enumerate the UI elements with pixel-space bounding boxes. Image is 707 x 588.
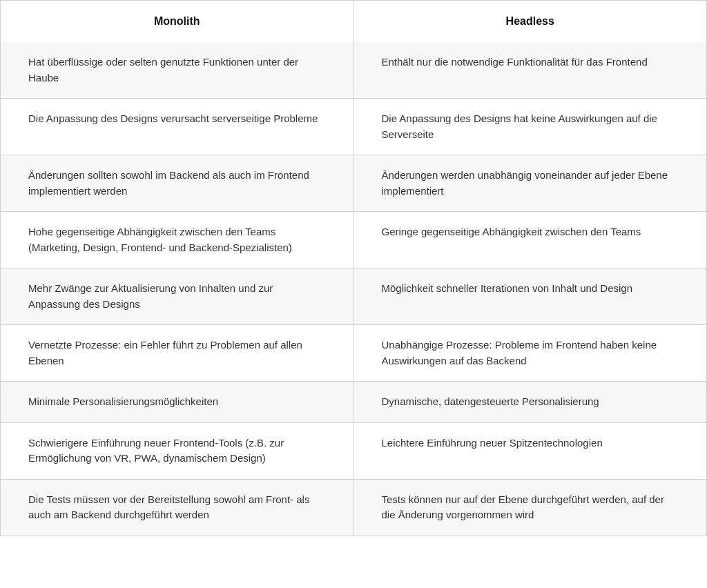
headless-cell: Änderungen werden unabhängig voneinander… — [354, 155, 707, 212]
headless-cell: Unabhängige Prozesse: Probleme im Fronte… — [354, 325, 707, 382]
table-row: Die Anpassung des Designs verursacht ser… — [1, 99, 707, 155]
headless-cell: Dynamische, datengesteuerte Personalisie… — [354, 382, 707, 423]
headless-cell: Möglichkeit schneller Iterationen von In… — [354, 268, 707, 325]
monolith-cell: Mehr Zwänge zur Aktualisierung von Inhal… — [1, 268, 354, 325]
table-row: Hohe gegenseitige Abhängigkeit zwischen … — [1, 212, 707, 268]
table-row: Hat überflüssige oder selten genutzte Fu… — [1, 42, 707, 99]
headless-cell: Enthält nur die notwendige Funktionalitä… — [354, 42, 707, 99]
table-row: Die Tests müssen vor der Bereitstellung … — [1, 479, 707, 536]
headless-cell: Tests können nur auf der Ebene durchgefü… — [354, 479, 707, 536]
monolith-cell: Vernetzte Prozesse: ein Fehler führt zu … — [1, 325, 354, 382]
headless-cell: Die Anpassung des Designs hat keine Ausw… — [354, 99, 707, 155]
table-row: Schwierigere Einführung neuer Frontend-T… — [1, 422, 707, 479]
monolith-cell: Änderungen sollten sowohl im Backend als… — [1, 155, 354, 212]
monolith-cell: Die Tests müssen vor der Bereitstellung … — [1, 479, 354, 536]
table-header-row: Monolith Headless — [1, 1, 707, 43]
column-header-headless: Headless — [354, 1, 707, 43]
monolith-cell: Minimale Personalisierungsmöglichkeiten — [1, 382, 354, 423]
table-row: Mehr Zwänge zur Aktualisierung von Inhal… — [1, 268, 707, 325]
monolith-cell: Schwierigere Einführung neuer Frontend-T… — [1, 422, 354, 479]
comparison-table: Monolith Headless Hat überflüssige oder … — [0, 0, 707, 536]
table-row: Änderungen sollten sowohl im Backend als… — [1, 155, 707, 212]
table-row: Minimale PersonalisierungsmöglichkeitenD… — [1, 382, 707, 423]
headless-cell: Geringe gegenseitige Abhängigkeit zwisch… — [354, 212, 707, 268]
monolith-cell: Hat überflüssige oder selten genutzte Fu… — [1, 42, 354, 99]
column-header-monolith: Monolith — [1, 1, 354, 43]
monolith-cell: Die Anpassung des Designs verursacht ser… — [1, 99, 354, 155]
headless-cell: Leichtere Einführung neuer Spitzentechno… — [354, 422, 707, 479]
monolith-cell: Hohe gegenseitige Abhängigkeit zwischen … — [1, 212, 354, 268]
table-row: Vernetzte Prozesse: ein Fehler führt zu … — [1, 325, 707, 382]
